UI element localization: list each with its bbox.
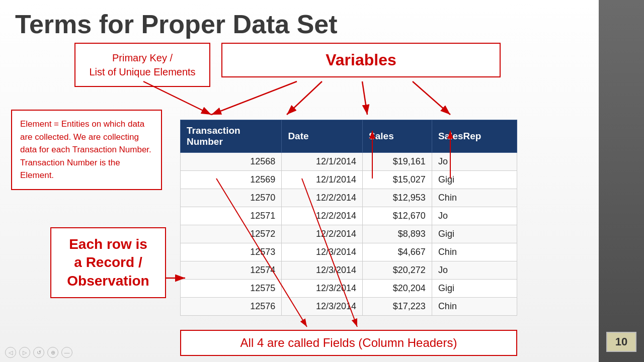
table-cell: $15,027: [363, 171, 432, 189]
table-cell: 12574: [181, 261, 282, 280]
table-row: 1257012/2/2014$12,953Chin: [181, 189, 517, 207]
fields-label: All 4 are called Fields (Column Headers): [240, 336, 457, 349]
table-cell: 12572: [181, 225, 282, 243]
table-row: 1257412/3/2014$20,272Jo: [181, 261, 517, 280]
table-cell: $12,670: [363, 207, 432, 225]
table-row: 1257612/3/2014$17,223Chin: [181, 298, 517, 316]
table-cell: 12/1/2014: [282, 153, 363, 171]
icon-4: ⊕: [47, 347, 58, 358]
table-cell: Chin: [432, 189, 517, 207]
table-cell: 12568: [181, 153, 282, 171]
primary-key-label: Primary Key /List of Unique Elements: [89, 52, 195, 77]
table-cell: Chin: [432, 243, 517, 261]
table-header-row: TransactionNumber Date Sales SalesRep: [181, 120, 517, 153]
table-row: 1257312/3/2014$4,667Chin: [181, 243, 517, 261]
col-header-salesrep: SalesRep: [432, 120, 517, 153]
record-observation-label: Each row isa Record /Observation: [67, 236, 149, 289]
table-cell: 12/1/2014: [282, 171, 363, 189]
table-cell: 12573: [181, 243, 282, 261]
svg-line-3: [287, 81, 322, 115]
table-cell: $20,204: [363, 280, 432, 298]
table-cell: Jo: [432, 153, 517, 171]
table-cell: 12576: [181, 298, 282, 316]
sidebar: 10: [599, 0, 644, 362]
fields-box: All 4 are called Fields (Column Headers): [180, 330, 517, 356]
table-cell: 12570: [181, 189, 282, 207]
table-cell: 12/3/2014: [282, 261, 363, 280]
table-row: 1257212/2/2014$8,893Gigi: [181, 225, 517, 243]
table-cell: 12575: [181, 280, 282, 298]
table-cell: $20,272: [363, 261, 432, 280]
col-header-transaction: TransactionNumber: [181, 120, 282, 153]
bottom-bar: ◁ ▷ ↺ ⊕ —: [5, 347, 72, 358]
table-cell: $12,953: [363, 189, 432, 207]
data-table-wrapper: TransactionNumber Date Sales SalesRep 12…: [180, 120, 517, 316]
table-cell: Gigi: [432, 171, 517, 189]
page-number-badge: 10: [606, 332, 636, 352]
variables-box: Variables: [221, 43, 501, 77]
table-cell: 12/2/2014: [282, 189, 363, 207]
table-row: 1257512/3/2014$20,204Gigi: [181, 280, 517, 298]
col-header-date: Date: [282, 120, 363, 153]
table-row: 1256912/1/2014$15,027Gigi: [181, 171, 517, 189]
page-title: Terms for Proper Data Set: [15, 10, 584, 39]
table-cell: $8,893: [363, 225, 432, 243]
table-cell: Gigi: [432, 280, 517, 298]
table-cell: 12/3/2014: [282, 280, 363, 298]
table-cell: Jo: [432, 261, 517, 280]
svg-line-2: [211, 81, 297, 115]
table-cell: 12/3/2014: [282, 243, 363, 261]
table-cell: 12569: [181, 171, 282, 189]
table-cell: 12/3/2014: [282, 298, 363, 316]
main-content: Terms for Proper Data Set Primary Key /L…: [0, 0, 599, 362]
table-cell: Jo: [432, 207, 517, 225]
icon-2: ▷: [19, 347, 30, 358]
table-row: 1256812/1/2014$19,161Jo: [181, 153, 517, 171]
table-row: 1257112/2/2014$12,670Jo: [181, 207, 517, 225]
icon-3: ↺: [33, 347, 44, 358]
data-table: TransactionNumber Date Sales SalesRep 12…: [180, 120, 517, 316]
icon-1: ◁: [5, 347, 16, 358]
table-cell: 12/2/2014: [282, 207, 363, 225]
page-number: 10: [615, 335, 627, 348]
table-cell: $4,667: [363, 243, 432, 261]
element-description-box: Element = Entities on which data are col…: [11, 110, 162, 190]
svg-line-4: [362, 81, 367, 115]
svg-line-5: [413, 81, 450, 115]
icon-5: —: [61, 347, 72, 358]
primary-key-box: Primary Key /List of Unique Elements: [74, 43, 210, 87]
table-cell: $17,223: [363, 298, 432, 316]
table-cell: Chin: [432, 298, 517, 316]
variables-label: Variables: [326, 51, 396, 69]
record-observation-box: Each row isa Record /Observation: [50, 227, 166, 298]
table-cell: 12571: [181, 207, 282, 225]
table-cell: 12/2/2014: [282, 225, 363, 243]
table-cell: Gigi: [432, 225, 517, 243]
table-cell: $19,161: [363, 153, 432, 171]
col-header-sales: Sales: [363, 120, 432, 153]
element-description-text: Element = Entities on which data are col…: [20, 119, 151, 180]
